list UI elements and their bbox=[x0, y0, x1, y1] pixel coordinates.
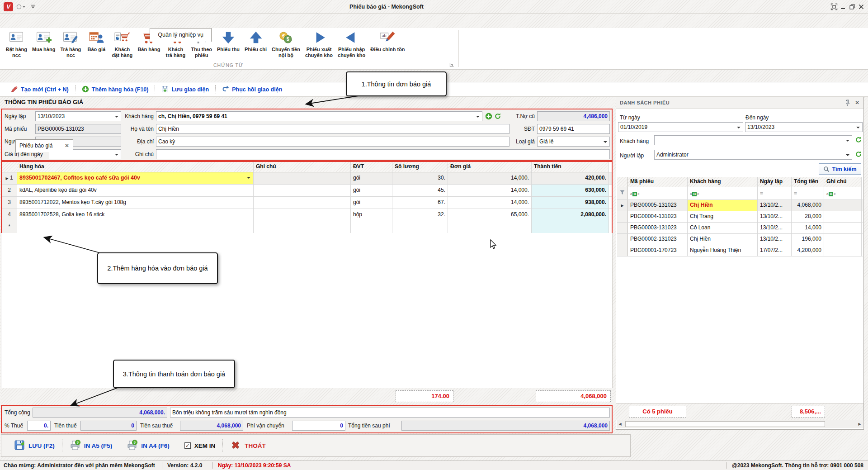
customer-input[interactable]: ch, Chị Hiền, 0979 59 69 41 bbox=[156, 111, 482, 121]
column-header[interactable]: Ngày lập bbox=[758, 177, 792, 187]
refresh-customer-icon[interactable] bbox=[494, 113, 501, 120]
phone-input[interactable]: 0979 59 69 41 bbox=[537, 124, 610, 134]
tax-amount-label: Tiền thuế bbox=[54, 421, 77, 431]
item-row[interactable]: 48935001702528, Golia kẹo 16 stickhộp32.… bbox=[2, 209, 612, 221]
search-button[interactable]: Tìm kiếm bbox=[819, 163, 861, 175]
filter-cell[interactable]: aBc bbox=[628, 187, 688, 199]
filter-customer-input[interactable] bbox=[654, 135, 852, 145]
close-icon[interactable] bbox=[857, 3, 865, 10]
item-name-cell[interactable]: 8935001702467, Cofitos kẹo café sữa gói … bbox=[17, 172, 254, 184]
panel-close-icon[interactable]: ✕ bbox=[855, 100, 859, 106]
ribbon-button-stock-in[interactable]: Phiếu nhập chuyển kho bbox=[335, 30, 368, 58]
filter-cell[interactable]: aBc bbox=[688, 187, 758, 199]
row-indicator-column bbox=[617, 177, 628, 187]
column-header[interactable]: Đơn giá bbox=[448, 162, 532, 172]
stock-adjust-icon: ab bbox=[380, 31, 395, 46]
callout-2-text: 2.Thêm hàng hóa vào đơn báo giá bbox=[107, 265, 208, 272]
column-header[interactable]: Tổng tiền bbox=[792, 177, 824, 187]
row-indicator: ▶ 1 bbox=[2, 172, 17, 184]
address-input[interactable]: Cao kỳ bbox=[156, 137, 509, 147]
save-layout-button[interactable]: Lưu giao diện bbox=[155, 85, 215, 94]
add-item-button[interactable]: Thêm hàng hóa (F10) bbox=[75, 85, 155, 94]
ribbon-button-purchase[interactable]: Mua hàng bbox=[30, 30, 57, 52]
filter-cell[interactable]: = bbox=[792, 187, 824, 199]
save-layout-icon bbox=[161, 85, 169, 94]
new-button[interactable]: Tạo mới (Ctrl + N) bbox=[5, 85, 75, 94]
filter-cell[interactable]: aBc bbox=[824, 187, 862, 199]
ribbon-button-payment-up[interactable]: Phiếu chi bbox=[242, 30, 269, 52]
item-row[interactable]: 2kdAL, Alpenlibe kẹo dâu gói 40vgói45.14… bbox=[2, 185, 612, 197]
column-header[interactable]: Ghi chú bbox=[254, 162, 351, 172]
price-type-select[interactable]: Giá lẻ bbox=[537, 137, 610, 147]
column-header[interactable]: Khách hàng bbox=[688, 177, 758, 187]
panel-row[interactable]: PBG00002-131023Chị Hiền13/10/2...196,000 bbox=[617, 234, 863, 245]
save-button[interactable]: LƯU (F2) bbox=[7, 440, 62, 452]
from-date-input[interactable]: 01/10/2019 bbox=[618, 122, 743, 132]
ribbon-button-label: Bán hàng bbox=[137, 47, 160, 52]
filter-cell[interactable]: = bbox=[758, 187, 792, 199]
ribbon-button-customer-order[interactable]: Khách đặt hàng bbox=[109, 30, 135, 58]
pin-icon[interactable] bbox=[844, 100, 851, 108]
filter-row[interactable]: aBcaBc==aBc bbox=[617, 187, 863, 200]
exit-button[interactable]: THOÁT bbox=[223, 440, 273, 452]
ribbon-button-transfer-money[interactable]: €$Chuyển tiền nội bộ bbox=[269, 30, 302, 58]
panel-row[interactable]: PBG00001-170723Nguyễn Hoàng Thiện17/07/2… bbox=[617, 245, 863, 256]
scroll-left-icon[interactable]: ◀ bbox=[617, 421, 623, 427]
ribbon-button-supplier-return[interactable]: Trả hàng ncc bbox=[58, 30, 83, 58]
panel-footer: Có 5 phiếu 8,506,... bbox=[616, 403, 863, 420]
tax-percent-input[interactable]: 0. bbox=[27, 421, 51, 431]
chevron-down-icon bbox=[476, 116, 480, 118]
panel-row[interactable]: ▶PBG00005-131023Chị Hiền13/10/2...4,068,… bbox=[617, 200, 863, 211]
print-a5-button[interactable]: ?IN A5 (F5) bbox=[62, 440, 120, 452]
ribbon-button-stock-out[interactable]: Phiếu xuất chuyển kho bbox=[303, 30, 335, 58]
column-header[interactable]: Số lượng bbox=[392, 162, 448, 172]
add-customer-icon[interactable] bbox=[485, 113, 492, 120]
item-row[interactable]: ▶ 18935001702467, Cofitos kẹo café sữa g… bbox=[2, 172, 612, 185]
column-header[interactable]: Hàng hóa bbox=[17, 162, 254, 172]
column-header[interactable]: ĐVT bbox=[351, 162, 392, 172]
column-header[interactable]: Mã phiếu bbox=[628, 177, 688, 187]
fit-screen-icon[interactable] bbox=[830, 3, 838, 10]
ribbon-button-stock-adjust[interactable]: abĐiều chỉnh tồn bbox=[368, 30, 407, 52]
scroll-right-icon[interactable]: ▶ bbox=[856, 421, 863, 427]
from-date-value: 01/10/2019 bbox=[620, 124, 647, 130]
checkbox-icon[interactable]: ✓ bbox=[184, 442, 191, 449]
panel-row[interactable]: PBG00004-131023Chị Trang13/10/2...28,000 bbox=[617, 211, 863, 223]
scrollbar-thumb[interactable] bbox=[625, 421, 825, 427]
print-icon: ? bbox=[70, 440, 80, 452]
filter-creator-input[interactable]: Administrator bbox=[654, 150, 852, 160]
ribbon-button-supplier-order[interactable]: Đặt hàng ncc bbox=[4, 30, 29, 58]
to-date-input[interactable]: 13/10/2023 bbox=[745, 122, 863, 132]
date-created-input[interactable]: 13/10/2023 bbox=[35, 111, 121, 121]
print-icon: ? bbox=[127, 440, 137, 452]
shipping-fee-input[interactable]: 0 bbox=[292, 421, 345, 431]
column-header[interactable]: Thành tiền bbox=[532, 162, 609, 172]
document-tab-close-icon[interactable]: ✕ bbox=[65, 140, 69, 152]
column-header[interactable]: Ghi chú bbox=[824, 177, 862, 187]
ribbon-button-label: Phiếu chi bbox=[245, 47, 267, 52]
note-input[interactable] bbox=[156, 149, 610, 159]
menu-tab-3[interactable]: Quản lý nghiệp vụ bbox=[150, 28, 212, 42]
document-tab[interactable]: Phiếu báo giá ✕ bbox=[15, 139, 73, 152]
horizontal-scrollbar[interactable]: ◀ ▶ bbox=[617, 420, 863, 428]
customer-value: ch, Chị Hiền, 0979 59 69 41 bbox=[158, 113, 227, 119]
refresh-icon[interactable] bbox=[855, 136, 862, 143]
ribbon-button-quote[interactable]: Báo giá bbox=[84, 30, 109, 52]
minimize-icon[interactable] bbox=[839, 3, 847, 10]
restore-icon[interactable] bbox=[848, 3, 856, 10]
print-a4-button[interactable]: ?IN A4 (F6) bbox=[119, 440, 177, 452]
item-row[interactable]: * bbox=[2, 221, 612, 233]
item-row[interactable]: 38935001712022, Mentos kẹo T.cây gói 108… bbox=[2, 197, 612, 209]
quote-icon bbox=[89, 31, 104, 46]
total-after-fee-label: Tổng tiền sau phí bbox=[348, 421, 390, 431]
panel-header: DANH SÁCH PHIẾU ✕ bbox=[616, 97, 863, 109]
view-print-checkbox[interactable]: ✓XEM IN bbox=[177, 442, 223, 449]
filter-funnel-icon[interactable] bbox=[617, 187, 628, 199]
refresh-icon[interactable] bbox=[855, 151, 862, 158]
restore-layout-button[interactable]: Phục hồi giao diện bbox=[216, 85, 288, 94]
panel-row[interactable]: PBG00003-131023Cô Loan13/10/2...14,000 bbox=[617, 223, 863, 234]
ribbon-button-receipt-down[interactable]: Phiếu thu bbox=[215, 30, 242, 52]
shipping-fee-label: Phí vận chuyển bbox=[247, 421, 284, 431]
full-name-input[interactable]: Chị Hiền bbox=[156, 124, 509, 134]
dialog-launcher-icon[interactable] bbox=[449, 62, 454, 69]
